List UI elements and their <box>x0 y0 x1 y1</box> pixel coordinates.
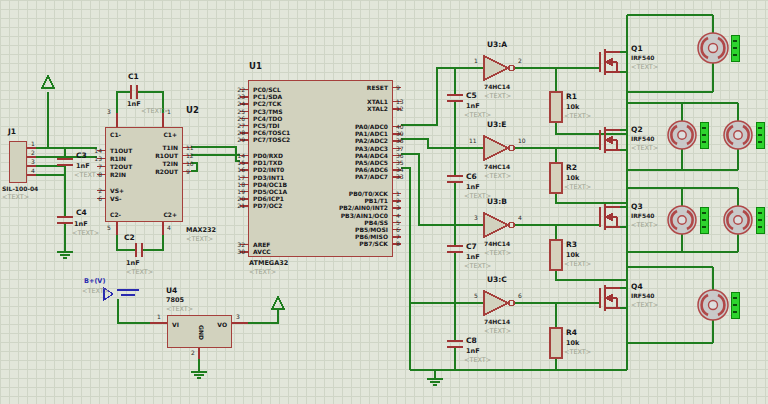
pin-number: 32 <box>221 241 245 248</box>
pin-number: 18 <box>221 181 245 188</box>
pin-name: PA4/ADC4 <box>355 152 388 159</box>
pin-number: 37 <box>396 145 423 152</box>
connector-j1[interactable] <box>9 141 27 183</box>
pin-number: 14 <box>221 152 245 159</box>
pin-number: 1 <box>396 190 423 197</box>
ic-ref: U2 <box>186 106 199 115</box>
ic-ref: U4 <box>166 287 177 295</box>
pin-number: 3 <box>107 109 111 115</box>
ic-7805[interactable]: VI VO GND <box>167 315 232 348</box>
pin-number: 9 <box>396 84 423 91</box>
pin-number: 30 <box>221 248 245 255</box>
placeholder-text: <TEXT> <box>484 173 511 180</box>
cap-ref: C1 <box>128 73 139 81</box>
pin-name: C2- <box>110 211 121 218</box>
ic-atmega32[interactable]: 22 PC0/SCL 23 PC1/SDA 24 PC2/TCK 25 PC3/… <box>248 80 393 257</box>
cap-value: 1nF <box>466 348 480 355</box>
cap-ref: C7 <box>466 243 477 251</box>
mosfet-ref: Q3 <box>631 203 643 211</box>
pin-name: PB7/SCK <box>359 240 388 247</box>
pin-number: 11 <box>186 144 206 151</box>
pin-name: PA6/ADC6 <box>355 166 388 173</box>
motor-icons[interactable] <box>668 33 752 320</box>
connector-ref: J1 <box>8 128 16 136</box>
pin-row: 6 PB5/MOSI <box>249 226 392 233</box>
cap-value: 1nF <box>74 221 88 228</box>
pin-number: 1 <box>474 58 478 64</box>
pin-row: 38 PA2/ADC2 <box>249 137 392 144</box>
pin-name: R1OUT <box>155 152 178 159</box>
mosfet-ref: Q4 <box>631 283 643 291</box>
pin-row: 12 XTAL2 <box>249 105 392 112</box>
pin-row: 9 R2OUT <box>106 168 182 176</box>
mosfet-ref: Q2 <box>631 126 643 134</box>
ic-max232[interactable]: C1- C1+ C2- C2+ 14 T1OUT 13 R1IN 7 T2OUT… <box>105 127 183 222</box>
pin-number: 23 <box>221 93 245 100</box>
placeholder-text: <TEXT> <box>186 236 213 243</box>
resistor-ref: R4 <box>566 329 577 337</box>
cap-value: 1nF <box>466 103 480 110</box>
pin-number: 4 <box>396 212 423 219</box>
placeholder-text: <TEXT> <box>249 269 276 276</box>
pin-row: 35 PA5/ADC5 <box>249 159 392 166</box>
ic-value: MAX232 <box>186 227 216 234</box>
pin-name: C2+ <box>163 211 177 218</box>
pin-number: 6 <box>396 226 423 233</box>
pin-name: VI <box>172 321 179 328</box>
pin-number: 6 <box>84 195 102 202</box>
pin-row: 36 PA4/ADC4 <box>249 152 392 159</box>
pin-number: 13 <box>396 98 423 105</box>
placeholder-text: <TEXT> <box>484 93 511 100</box>
pin-number: 10 <box>518 138 526 144</box>
resistor-value: 10k <box>566 175 579 182</box>
resistor-value: 10k <box>566 252 579 259</box>
pin-number: 36 <box>396 152 423 159</box>
pin-name: PA3/ADC3 <box>355 145 388 152</box>
pin-number: 40 <box>396 123 423 130</box>
placeholder-text: <TEXT> <box>464 193 491 200</box>
pin-row: 40 PA0/ADC0 <box>249 123 392 130</box>
pin-number: 20 <box>221 195 245 202</box>
pin-name: PB2/AIN0/INT2 <box>339 204 388 211</box>
pin-row: 13 XTAL1 <box>249 98 392 105</box>
schematic-canvas: J1 SIL-100-04 <TEXT> 1 2 3 4 C3 1nF <TEX… <box>0 0 768 404</box>
mosfet-value: IRF540 <box>631 213 654 219</box>
connector-pin-number: 3 <box>31 159 35 165</box>
pin-row: 33 PA7/ADC7 <box>249 173 392 180</box>
pin-number: 21 <box>221 202 245 209</box>
pin-name: PB0/T0/XCK <box>349 190 388 197</box>
pin-name: PA0/ADC0 <box>355 123 388 130</box>
pin-number: 2 <box>396 197 423 204</box>
pin-number: 24 <box>221 100 245 107</box>
pin-name: T2IN <box>162 160 178 167</box>
connector-pin-number: 1 <box>31 141 35 147</box>
placeholder-text: <TEXT> <box>72 230 99 237</box>
pin-row: 7 PB6/MISO <box>249 233 392 240</box>
resistor-ref: R2 <box>566 164 577 172</box>
pin-row: 5 PB4/SS <box>249 219 392 226</box>
pin-name: PB6/MISO <box>355 233 388 240</box>
pin-number: 4 <box>518 215 522 221</box>
cap-value: 1nF <box>127 101 141 108</box>
gate-ref: U3:A <box>487 41 507 49</box>
pin-name: AVCC <box>253 248 271 255</box>
pin-number: 10 <box>186 160 206 167</box>
pin-number: 16 <box>221 166 245 173</box>
resistor-value: 10k <box>566 340 579 347</box>
resistor-ref: R3 <box>566 241 577 249</box>
resistor-value: 10k <box>566 104 579 111</box>
pin-number: 5 <box>396 219 423 226</box>
pin-number: 1 <box>167 109 171 115</box>
pin-number: 11 <box>469 138 477 144</box>
pin-row: 9 RESET <box>249 84 392 91</box>
pin-name: VS- <box>110 195 121 202</box>
pin-row: 4 PB3/AIN1/OC0 <box>249 212 392 219</box>
gate-type: 74HC14 <box>484 319 510 325</box>
placeholder-text: <TEXT> <box>2 194 29 201</box>
mosfet-symbols[interactable] <box>600 49 620 311</box>
mosfet-ref: Q1 <box>631 45 643 53</box>
placeholder-text: <TEXT> <box>166 306 193 313</box>
pin-number: 9 <box>186 168 206 175</box>
cap-ref: C6 <box>466 173 477 181</box>
cap-value: 1nF <box>466 254 480 261</box>
